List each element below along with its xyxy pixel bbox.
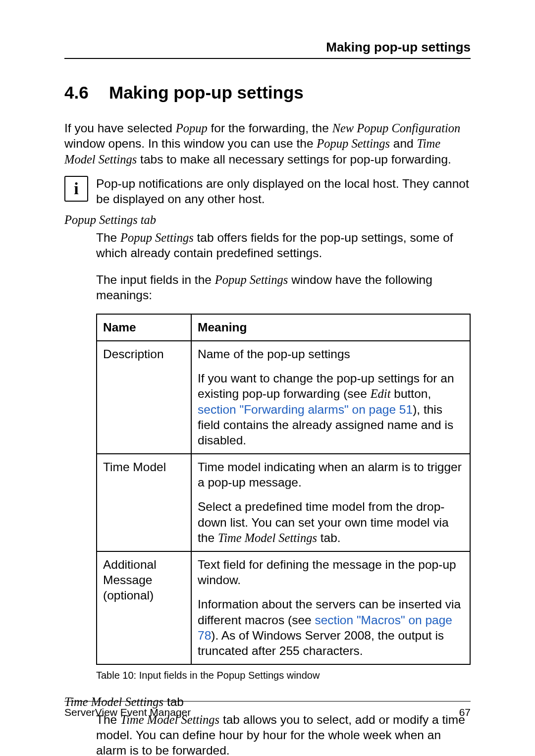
row3-meaning: Text field for defining the message in t… — [191, 551, 470, 664]
popup-tab-block: The Popup Settings tab offers fields for… — [96, 230, 471, 681]
section-heading: 4.6Making pop-up settings — [64, 83, 471, 103]
row3-m2: Information about the servers can be ins… — [198, 596, 464, 658]
row1-m1: Name of the pop-up settings — [198, 346, 464, 362]
popup-tab-p2: The input fields in the Popup Settings w… — [96, 272, 471, 303]
intro-text-1: If you have selected — [64, 121, 176, 135]
time-tab-p1: The Time Model Settings tab allows you t… — [96, 712, 471, 756]
row2-m2-term: Time Model Settings — [218, 531, 317, 544]
intro-new-popup-config-term: New Popup Configuration — [332, 121, 461, 135]
row2-m2: Select a predefined time model from the … — [198, 499, 464, 545]
row2-name: Time Model — [97, 454, 191, 551]
row3-m1: Text field for defining the message in t… — [198, 557, 464, 588]
row1-m2: If you want to change the pop-up setting… — [198, 371, 464, 448]
running-title: Making pop-up settings — [326, 40, 471, 54]
row2-m1: Time model indicating when an alarm is t… — [198, 459, 464, 490]
intro-text-3: window opens. In this window you can use… — [64, 137, 317, 150]
section-title-text: Making pop-up settings — [109, 83, 304, 102]
table-row: Additional Message (optional) Text field… — [97, 551, 470, 664]
row1-m2-edit: Edit — [371, 387, 391, 400]
intro-paragraph: If you have selected Popup for the forwa… — [64, 120, 471, 167]
row1-m2-link[interactable]: section "Forwarding alarms" on page 51 — [198, 403, 413, 416]
table-row: Time Model Time model indicating when an… — [97, 454, 470, 551]
popup-settings-tab-heading: Popup Settings tab — [64, 213, 471, 227]
popup-tab-p2-a: The input fields in the — [96, 273, 215, 286]
intro-popup-settings-term: Popup Settings — [317, 137, 390, 150]
row1-meaning: Name of the pop-up settings If you want … — [191, 341, 470, 454]
popup-tab-p1: The Popup Settings tab offers fields for… — [96, 230, 471, 261]
popup-tab-p1-term: Popup Settings — [120, 231, 194, 244]
col-header-name: Name — [97, 314, 191, 340]
intro-text-5: tabs to make all necessary settings for … — [137, 153, 451, 166]
row3-name: Additional Message (optional) — [97, 551, 191, 664]
table-caption: Table 10: Input fields in the Popup Sett… — [96, 670, 471, 681]
intro-text-4: and — [390, 137, 417, 150]
intro-popup-term: Popup — [176, 121, 208, 135]
intro-text-2: for the forwarding, the — [208, 121, 332, 135]
table-header-row: Name Meaning — [97, 314, 470, 340]
popup-tab-p1-a: The — [96, 231, 120, 244]
running-header: Making pop-up settings — [64, 40, 471, 59]
table-row: Description Name of the pop-up settings … — [97, 341, 470, 454]
row2-meaning: Time model indicating when an alarm is t… — [191, 454, 470, 551]
row3-m2-b: ). As of Windows Server 2008, the output… — [198, 629, 444, 657]
popup-fields-table: Name Meaning Description Name of the pop… — [96, 314, 471, 664]
col-header-meaning: Meaning — [191, 314, 470, 340]
footer-left: ServerView Event Manager — [64, 706, 191, 718]
time-tab-block: The Time Model Settings tab allows you t… — [96, 712, 471, 756]
footer-page-number: 67 — [459, 706, 471, 718]
row1-name: Description — [97, 341, 191, 454]
section-number: 4.6 — [64, 83, 109, 103]
row1-m2-b: button, — [390, 387, 431, 400]
info-icon: i — [64, 176, 88, 202]
info-note: i Pop-up notifications are only displaye… — [64, 176, 471, 207]
page-footer: ServerView Event Manager 67 — [64, 701, 471, 718]
page-root: Making pop-up settings 4.6Making pop-up … — [0, 0, 535, 756]
popup-tab-p2-term: Popup Settings — [215, 273, 288, 286]
row2-m2-b: tab. — [317, 531, 341, 544]
info-note-text: Pop-up notifications are only displayed … — [96, 176, 471, 207]
